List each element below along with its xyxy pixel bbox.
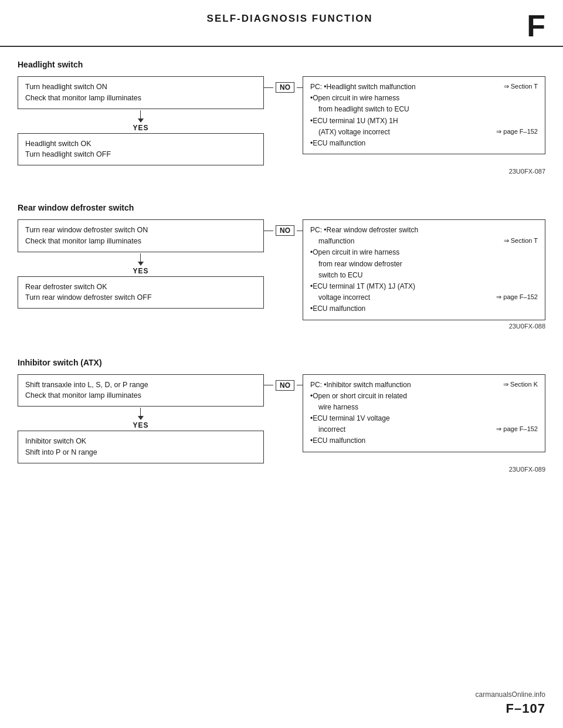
page-footer: carmanualsOnline.info F–107 [476,690,545,716]
headlight-yes-label: YES [133,124,148,132]
inhibitor-section: Inhibitor switch (ATX) Shift transaxle i… [18,358,545,473]
no-line-right [297,231,303,231]
rear-window-section: Rear window defroster switch Turn rear w… [18,203,545,330]
rear-window-pc-box: PC: •Rear window defroster switch malfun… [303,219,545,320]
headlight-switch-section: Headlight switch Turn headlight switch O… [18,60,545,175]
rear-window-no-label: NO [276,225,294,236]
headlight-no-label: NO [276,82,294,93]
inhibitor-pc-row2: incorrect ⇒ page F–152 [310,424,538,435]
no-line-left [264,385,273,385]
rear-window-no-connector: NO [264,225,303,236]
headlight-diagram-ref: 23U0FX-087 [18,168,545,175]
inhibitor-ref2: ⇒ page F–152 [496,424,538,435]
headlight-pc-box: PC: •Headlight switch malfunction ⇒ Sect… [303,76,545,154]
inhibitor-section-title: Inhibitor switch (ATX) [18,358,545,367]
headlight-step2-line2: Turn headlight switch OFF [25,150,111,158]
inhibitor-step1-line1: Shift transaxle into L, S, D, or P range [25,381,148,389]
footer-page: F–107 [506,701,545,716]
rear-window-step2-line2: Turn rear window defroster switch OFF [25,293,152,302]
inhibitor-no-row: NO [264,380,303,391]
rear-window-left-flow: Turn rear window defroster switch ON Che… [18,219,264,309]
rear-window-pc-item0b: malfunction [310,236,354,247]
rear-window-step2-box: Rear defroster switch OK Turn rear windo… [18,276,264,309]
inhibitor-pc-box: PC: •Inhibitor switch malfunction ⇒ Sect… [303,374,545,452]
inhibitor-pc-item0: PC: •Inhibitor switch malfunction [310,380,411,391]
inhibitor-no-label: NO [276,380,294,391]
headlight-step1-line2: Check that monitor lamp illuminates [25,94,141,102]
rear-window-pc-item3: •ECU malfunction [310,303,538,314]
no-line-right [297,87,303,88]
rear-window-pc-item2: •ECU terminal 1T (MTX) 1J (ATX) [310,281,538,292]
arrow-head [138,262,144,266]
rear-window-ref1b: ⇒ Section T [504,236,538,247]
headlight-pc-item2: •ECU terminal 1U (MTX) 1H [310,116,538,127]
inhibitor-pc-item2b: incorrect [310,424,345,435]
headlight-step1-box: Turn headlight switch ON Check that moni… [18,76,264,109]
page-title: SELF-DIAGNOSIS FUNCTION [53,11,527,25]
page-header: SELF-DIAGNOSIS FUNCTION F [0,0,563,47]
inhibitor-pc-item1: •Open or short circuit in related [310,391,538,402]
content-area: Headlight switch Turn headlight switch O… [0,47,563,536]
headlight-step2-box: Headlight switch OK Turn headlight switc… [18,133,264,166]
inhibitor-left-flow: Shift transaxle into L, S, D, or P range… [18,374,264,463]
inhibitor-diagram-ref: 23U0FX-089 [18,466,545,473]
rear-window-pc-item1b: from rear window defroster [310,259,538,270]
headlight-diagram: Turn headlight switch ON Check that moni… [18,76,545,165]
inhibitor-ref1: ⇒ Section K [503,380,538,391]
inhibitor-step2-box: Inhibitor switch OK Shift into P or N ra… [18,431,264,463]
headlight-pc-item1: •Open circuit in wire harness [310,93,538,104]
rear-window-pc-item0b-row: malfunction ⇒ Section T [310,236,538,247]
arrow-head [138,118,144,123]
headlight-step1-line1: Turn headlight switch ON [25,83,107,91]
inhibitor-step1-box: Shift transaxle into L, S, D, or P range… [18,374,264,407]
headlight-section-title: Headlight switch [18,60,545,69]
rear-window-pc-item1c: switch to ECU [310,270,538,281]
headlight-pc-item2b: (ATX) voltage incorrect [310,127,390,138]
inhibitor-pc-item2: •ECU terminal 1V voltage [310,413,538,424]
headlight-yes-arrow: YES [133,110,148,132]
headlight-ref2: ⇒ page F–152 [496,127,538,138]
inhibitor-no-connector: NO [264,380,303,391]
rear-window-section-title: Rear window defroster switch [18,203,545,212]
inhibitor-yes-label: YES [133,421,148,429]
rear-window-diagram-ref: 23U0FX-088 [18,323,545,330]
arrow-head [138,416,144,420]
rear-window-yes-label: YES [133,267,148,275]
rear-window-pc-item0: PC: •Rear window defroster switch [310,225,418,236]
no-line-left [264,87,273,88]
arrow-line [140,110,141,118]
inhibitor-pc-item1b: wire harness [310,402,538,413]
inhibitor-step1-line2: Check that monitor lamp illuminates [25,391,141,399]
no-line-left [264,231,273,231]
rear-window-step1-line1: Turn rear window defroster switch ON [25,226,148,234]
footer-brand: carmanualsOnline.info [476,690,545,699]
headlight-left-flow: Turn headlight switch ON Check that moni… [18,76,264,165]
headlight-pc-item0: PC: •Headlight switch malfunction [310,82,416,93]
inhibitor-step2-line2: Shift into P or N range [25,448,97,456]
inhibitor-pc-row1: PC: •Inhibitor switch malfunction ⇒ Sect… [310,380,538,391]
rear-window-pc-row1: PC: •Rear window defroster switch [310,225,538,236]
headlight-no-row: NO [264,82,303,93]
headlight-step2-line1: Headlight switch OK [25,140,91,148]
rear-window-pc-item2b: voltage incorrect [310,292,370,303]
inhibitor-diagram: Shift transaxle into L, S, D, or P range… [18,374,545,463]
rear-window-step1-box: Turn rear window defroster switch ON Che… [18,219,264,252]
headlight-pc-item3: •ECU malfunction [310,138,538,149]
rear-window-ref2: ⇒ page F–152 [496,292,538,303]
rear-window-step2-line1: Rear defroster switch OK [25,283,107,291]
rear-window-no-row: NO [264,225,303,236]
rear-window-pc-item1: •Open circuit in wire harness [310,247,538,258]
section-letter: F [527,11,545,41]
headlight-pc-row1: PC: •Headlight switch malfunction ⇒ Sect… [310,82,538,93]
headlight-pc-row2: (ATX) voltage incorrect ⇒ page F–152 [310,127,538,138]
rear-window-step1-line2: Check that monitor lamp illuminates [25,237,141,245]
rear-window-yes-arrow: YES [133,253,148,275]
inhibitor-pc-item3: •ECU malfunction [310,435,538,446]
headlight-pc-item1b: from headlight switch to ECU [310,104,538,115]
rear-window-pc-row2: voltage incorrect ⇒ page F–152 [310,292,538,303]
inhibitor-yes-arrow: YES [133,408,148,429]
headlight-no-connector: NO [264,82,303,93]
arrow-line [140,408,141,416]
no-line-right [297,385,303,385]
rear-window-diagram: Turn rear window defroster switch ON Che… [18,219,545,320]
